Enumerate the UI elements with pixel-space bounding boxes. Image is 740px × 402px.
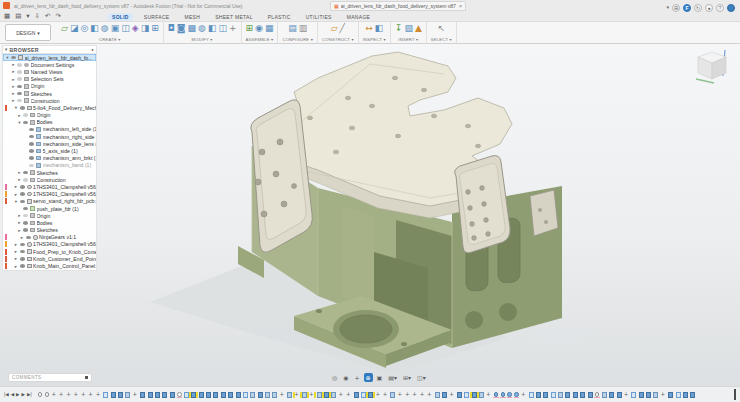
timeline-feature-el[interactable] <box>631 392 636 398</box>
tree-row[interactable]: ▾ai_driven_lens_fdr_dash_fo... <box>3 54 96 61</box>
visibility-eye-icon[interactable] <box>20 250 25 254</box>
timeline-feature-e[interactable] <box>118 392 123 398</box>
browser-header[interactable]: ▾ BROWSER ● <box>3 46 96 54</box>
timeline-feature-e[interactable] <box>354 392 359 398</box>
visibility-eye-icon[interactable] <box>29 164 34 168</box>
tab-plastic[interactable]: PLASTIC <box>264 13 295 21</box>
timeline-feature-e[interactable] <box>258 392 263 398</box>
ribbon-group-label[interactable]: CONSTRUCT ▾ <box>322 37 354 42</box>
tree-row[interactable]: push_plate_fdr (1) <box>3 205 96 212</box>
timeline-feature-e[interactable] <box>580 392 585 398</box>
display-settings-icon[interactable]: ▤▾ <box>386 373 399 382</box>
timeline-feature-m[interactable] <box>435 392 440 398</box>
file-menu-icon[interactable]: ▤ <box>14 12 22 20</box>
grid-snap-icon[interactable]: ⊞▾ <box>401 373 413 382</box>
pan-icon[interactable]: + <box>353 373 362 382</box>
undo-icon[interactable]: ↶ <box>44 12 51 20</box>
extensions-icon[interactable]: ⊞ <box>672 4 680 12</box>
skip-to-end-icon[interactable]: ▶| <box>27 391 32 399</box>
timeline-feature-e[interactable] <box>536 392 541 398</box>
timeline-feature-m[interactable] <box>125 392 130 398</box>
timeline-feature-e[interactable] <box>111 392 116 398</box>
decal-icon[interactable]: ▨ <box>404 23 413 34</box>
expand-caret-icon[interactable]: ▸ <box>11 69 16 74</box>
tree-row[interactable]: ▸NinjaGears v1:1 <box>3 234 96 241</box>
tree-row[interactable]: ▸Knob_Main_Control_Panel:1 <box>3 262 96 269</box>
expand-caret-icon[interactable]: ▸ <box>17 113 22 118</box>
construction-axis-icon[interactable]: ╱ <box>340 23 345 34</box>
tab-surface[interactable]: SURFACE <box>140 13 174 21</box>
timeline-feature-e[interactable] <box>588 392 593 398</box>
tree-row[interactable]: ▸Knob_Customer_End_Point:1 <box>3 255 96 262</box>
tab-sheet-metal[interactable]: SHEET METAL <box>211 13 257 21</box>
timeline-feature-p[interactable] <box>309 392 314 398</box>
caret-down-icon[interactable]: ▾ <box>666 4 669 12</box>
timeline-feature-p[interactable] <box>133 392 138 398</box>
visibility-eye-icon[interactable] <box>29 142 34 146</box>
data-panel-icon[interactable]: ▦ <box>3 12 11 20</box>
visibility-eye-icon[interactable] <box>29 135 34 139</box>
visibility-eye-icon[interactable] <box>23 178 28 182</box>
cylinder-icon[interactable]: ◫ <box>121 23 130 34</box>
expand-caret-icon[interactable]: ▾ <box>5 55 10 60</box>
model-3d[interactable] <box>0 44 740 386</box>
surface-icon[interactable]: ◨ <box>141 23 150 34</box>
timeline-feature-cb[interactable] <box>507 392 512 397</box>
tree-row[interactable]: ▸Origin <box>3 212 96 219</box>
timeline-scrubber[interactable] <box>734 389 736 400</box>
timeline-feature-m[interactable] <box>287 392 292 398</box>
select-icon[interactable]: ↖ <box>438 23 446 34</box>
timeline-feature-el[interactable] <box>184 392 189 398</box>
offset-face-icon[interactable]: ◧ <box>208 23 217 34</box>
visibility-eye-icon[interactable] <box>20 264 25 268</box>
ribbon-group-label[interactable]: INSERT ▾ <box>398 37 418 42</box>
visibility-eye-icon[interactable] <box>23 171 28 175</box>
ribbon-group-label[interactable]: MODIFY ▾ <box>192 37 213 42</box>
timeline-feature-e[interactable] <box>442 392 447 398</box>
timeline-feature-e[interactable] <box>140 392 145 398</box>
tab-utilities[interactable]: UTILITIES <box>302 13 336 21</box>
notification-bell-icon[interactable]: ● <box>705 4 713 12</box>
sweep-icon[interactable]: ◧ <box>90 23 99 34</box>
expand-caret-icon[interactable]: ▾ <box>14 199 19 204</box>
timeline-feature-e[interactable] <box>472 392 477 398</box>
timeline-feature-e[interactable] <box>155 392 160 398</box>
expand-caret-icon[interactable]: ▸ <box>14 249 19 254</box>
visibility-eye-icon[interactable] <box>23 207 28 211</box>
timeline-feature-e[interactable] <box>148 392 153 398</box>
zoom-icon[interactable]: ⊕ <box>364 373 373 382</box>
timeline-feature-e[interactable] <box>543 392 548 398</box>
timeline-feature-p[interactable] <box>449 392 454 398</box>
visibility-eye-icon[interactable] <box>17 99 22 103</box>
insert-derive-icon[interactable]: ↧ <box>395 23 403 34</box>
comments-menu-icon[interactable] <box>85 376 88 379</box>
visibility-eye-icon[interactable] <box>17 77 22 81</box>
visibility-eye-icon[interactable] <box>23 121 28 125</box>
pattern-icon[interactable]: ⊞ <box>151 23 159 34</box>
timeline-feature-p[interactable] <box>280 392 285 398</box>
box-icon[interactable]: ▣ <box>111 23 120 34</box>
tree-row[interactable]: ▸Construction <box>3 97 96 104</box>
tree-row[interactable]: ▸Selection Sets <box>3 76 96 83</box>
visibility-eye-icon[interactable] <box>23 221 28 225</box>
new-component-icon[interactable]: ⊞ <box>246 23 254 34</box>
tree-row[interactable]: 5_axis_side (1) <box>3 147 96 154</box>
timeline-feature-e[interactable] <box>668 392 673 398</box>
visibility-eye-icon[interactable] <box>20 243 25 247</box>
timeline-feature-p[interactable] <box>383 392 388 398</box>
timeline-feature-p[interactable] <box>661 392 666 398</box>
timeline-feature-e[interactable] <box>191 392 196 398</box>
visibility-eye-icon[interactable] <box>23 214 28 218</box>
expand-caret-icon[interactable]: ▸ <box>17 213 22 218</box>
orbit-icon[interactable]: ◎ <box>330 373 339 382</box>
press-pull-icon[interactable]: ◘ <box>168 23 175 34</box>
timeline-feature-el[interactable] <box>361 392 366 398</box>
timeline-feature-e[interactable] <box>368 392 373 398</box>
viewports-icon[interactable]: ◫▾ <box>415 373 428 382</box>
timeline-feature-el[interactable] <box>103 392 108 398</box>
timeline-feature-e[interactable] <box>646 392 651 398</box>
expand-caret-icon[interactable]: ▸ <box>14 264 19 269</box>
profile-avatar[interactable] <box>727 4 735 12</box>
timeline-feature-el[interactable] <box>464 392 469 398</box>
form-icon[interactable]: ◈ <box>132 23 139 34</box>
